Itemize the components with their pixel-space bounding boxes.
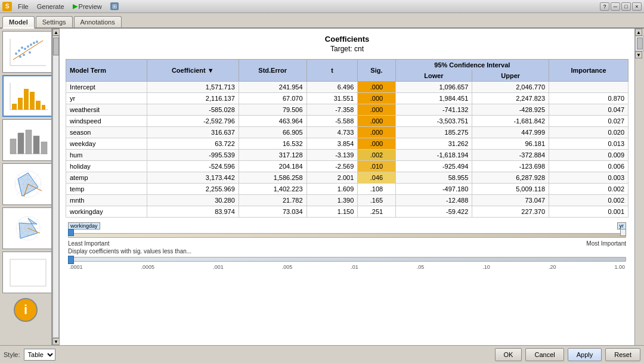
cell-stderr: 241.954 bbox=[239, 82, 306, 93]
table-row: weekday 63.722 16.532 3.854 .000 31.262 … bbox=[66, 138, 628, 150]
sig-slider-container bbox=[68, 256, 626, 264]
cancel-button[interactable]: Cancel bbox=[525, 348, 564, 361]
cell-upper: -1,681.842 bbox=[472, 116, 549, 127]
label-least-important: Least Important bbox=[68, 240, 109, 247]
sidebar-thumb-1[interactable] bbox=[2, 31, 52, 73]
sidebar: i bbox=[0, 29, 52, 345]
svg-rect-19 bbox=[30, 92, 35, 110]
coefficients-table: Model Term Coefficient ▼ Std.Error t Sig… bbox=[66, 59, 628, 218]
sidebar-scrollbar[interactable]: ▲ ▼ bbox=[52, 29, 59, 345]
file-label: File bbox=[18, 3, 29, 10]
table-row: weathersit -585.028 79.506 -7.358 .000 -… bbox=[66, 104, 628, 116]
right-scroll-track[interactable] bbox=[635, 36, 644, 51]
cell-upper: -372.884 bbox=[472, 150, 549, 161]
app-icon: S bbox=[2, 2, 12, 11]
cell-stderr: 21.782 bbox=[239, 195, 306, 206]
scroll-down-btn[interactable]: ▼ bbox=[52, 338, 59, 345]
help-button[interactable]: ? bbox=[600, 2, 609, 11]
svg-point-10 bbox=[23, 54, 25, 56]
svg-point-3 bbox=[21, 46, 23, 49]
coeff-subtitle: Target: cnt bbox=[66, 45, 628, 53]
table-row: season 316.637 66.905 4.733 .000 185.275… bbox=[66, 127, 628, 138]
sidebar-thumb-2[interactable] bbox=[2, 75, 52, 117]
right-scrollbar[interactable]: ▲ ▼ bbox=[634, 29, 644, 345]
cell-t: 6.496 bbox=[306, 82, 358, 93]
ok-button[interactable]: OK bbox=[495, 348, 522, 361]
sidebar-thumb-4[interactable] bbox=[2, 163, 52, 205]
cell-term: yr bbox=[66, 93, 147, 104]
generate-menu[interactable]: Generate bbox=[35, 2, 67, 11]
col-sig: Sig. bbox=[358, 60, 395, 82]
table-row: Intercept 1,571.713 241.954 6.496 .000 1… bbox=[66, 82, 628, 93]
apply-button[interactable]: Apply bbox=[568, 348, 602, 361]
col-model-term: Model Term bbox=[66, 60, 147, 82]
preview-menu[interactable]: ▶ Preview bbox=[70, 2, 104, 11]
right-scroll-thumb[interactable] bbox=[637, 38, 643, 49]
scroll-track[interactable] bbox=[52, 36, 59, 338]
svg-point-11 bbox=[29, 51, 31, 54]
sidebar-thumb-5[interactable] bbox=[2, 207, 52, 249]
file-menu[interactable]: File bbox=[16, 2, 31, 11]
cell-lower: -497.180 bbox=[395, 184, 472, 195]
cell-lower: -741.132 bbox=[395, 104, 472, 116]
svg-rect-28 bbox=[33, 136, 39, 154]
cell-coeff: 63.722 bbox=[147, 138, 239, 150]
svg-rect-29 bbox=[41, 142, 47, 154]
table-row: workingday 83.974 73.034 1.150 .251 -59.… bbox=[66, 206, 628, 218]
cell-term: windspeed bbox=[66, 116, 147, 127]
sidebar-thumb-3[interactable] bbox=[2, 119, 52, 161]
tag-row: workingday yr bbox=[68, 222, 626, 229]
cell-term: hum bbox=[66, 150, 147, 161]
sig-slider-thumb[interactable] bbox=[68, 256, 74, 264]
cell-lower: 58.955 bbox=[395, 172, 472, 184]
generate-label: Generate bbox=[37, 3, 64, 10]
cell-term: atemp bbox=[66, 172, 147, 184]
minimize-button[interactable]: ─ bbox=[611, 2, 620, 11]
scroll-up-btn[interactable]: ▲ bbox=[52, 29, 59, 36]
style-label: Style: bbox=[4, 351, 20, 358]
tab-annotations[interactable]: Annotations bbox=[74, 16, 122, 27]
right-scroll-up[interactable]: ▲ bbox=[635, 29, 642, 36]
cell-t: 1.390 bbox=[306, 195, 358, 206]
slider-thumb-left[interactable] bbox=[68, 229, 74, 236]
scroll-thumb[interactable] bbox=[53, 38, 59, 55]
cell-upper: 227.370 bbox=[472, 206, 549, 218]
slider-area: workingday yr Least Important Most Impor… bbox=[66, 222, 628, 270]
cell-upper: 5,009.118 bbox=[472, 184, 549, 195]
cell-stderr: 1,402.223 bbox=[239, 184, 306, 195]
close-button[interactable]: × bbox=[632, 2, 642, 11]
cell-importance: 0.027 bbox=[549, 116, 628, 127]
tab-settings[interactable]: Settings bbox=[36, 16, 73, 27]
cell-importance bbox=[549, 82, 628, 93]
cell-upper: 73.047 bbox=[472, 195, 549, 206]
cell-importance: 0.001 bbox=[549, 206, 628, 218]
table-row: atemp 3,173.442 1,586.258 2.001 .046 58.… bbox=[66, 172, 628, 184]
cell-importance: 0.870 bbox=[549, 93, 628, 104]
slider-ticks: .0001 .0005 .001 .005 .01 .05 .10 .20 1.… bbox=[68, 264, 626, 270]
cell-stderr: 463.964 bbox=[239, 116, 306, 127]
reset-button[interactable]: Reset bbox=[605, 348, 640, 361]
cell-upper: -123.698 bbox=[472, 161, 549, 172]
cell-t: 1.150 bbox=[306, 206, 358, 218]
info-icon: i bbox=[14, 298, 38, 322]
bottom-bar: Style: Table OK Cancel Apply Reset bbox=[0, 345, 644, 363]
col-coefficient[interactable]: Coefficient ▼ bbox=[147, 60, 239, 82]
extra-btn[interactable]: ⊞ bbox=[108, 2, 121, 11]
cell-term: workingday bbox=[66, 206, 147, 218]
col-ci-header: 95% Confidence Interval bbox=[395, 60, 549, 71]
col-importance: Importance bbox=[549, 60, 628, 82]
importance-slider-container bbox=[68, 231, 626, 240]
svg-rect-20 bbox=[36, 101, 41, 110]
tab-model[interactable]: Model bbox=[2, 16, 35, 29]
right-scroll-down[interactable]: ▼ bbox=[635, 51, 642, 58]
cell-lower: -59.422 bbox=[395, 206, 472, 218]
maximize-button[interactable]: □ bbox=[621, 2, 631, 11]
cell-t: 3.854 bbox=[306, 138, 358, 150]
style-select[interactable]: Table bbox=[24, 349, 55, 361]
cell-sig: .000 bbox=[358, 82, 395, 93]
slider-thumb-right[interactable] bbox=[620, 229, 626, 236]
cell-stderr: 73.034 bbox=[239, 206, 306, 218]
cell-coeff: 83.974 bbox=[147, 206, 239, 218]
cell-t: -7.358 bbox=[306, 104, 358, 116]
sidebar-thumb-6[interactable] bbox=[2, 252, 52, 293]
